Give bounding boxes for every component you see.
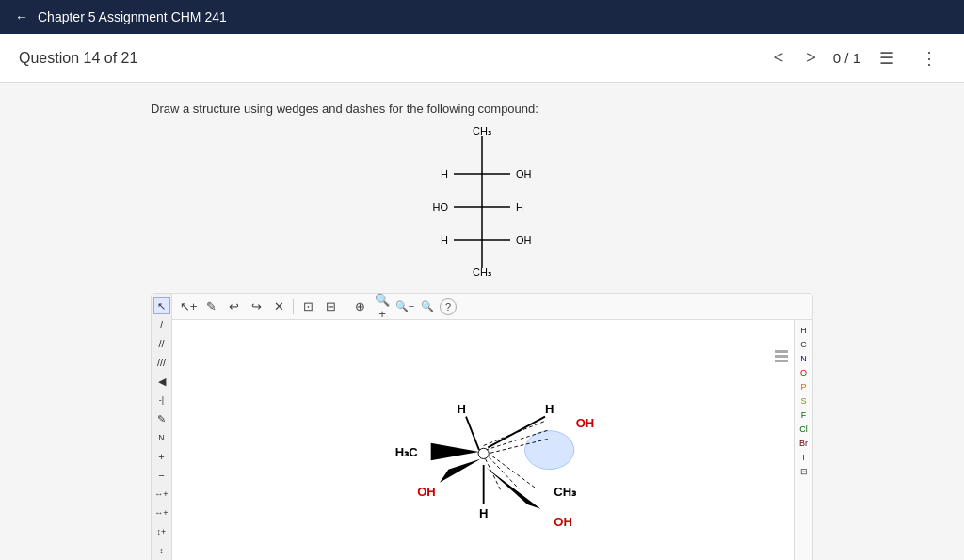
charge-neg-tool[interactable]: -| [153, 392, 170, 408]
app-title: Chapter 5 Assignment CHM 241 [38, 9, 227, 24]
question-header: Question 14 of 21 < > 0 / 1 ☰ ⋮ [0, 34, 964, 83]
bond-triple-tool[interactable]: /// [153, 354, 170, 371]
expand-tool2[interactable]: ↔+ [153, 504, 170, 521]
molecule-svg: H₃C H H OH CH₃ [172, 320, 812, 560]
select-tool-button[interactable]: ↖ [153, 297, 170, 314]
svg-text:OH: OH [576, 416, 595, 430]
svg-line-26 [486, 458, 502, 491]
svg-text:OH: OH [417, 485, 436, 499]
svg-text:CH₃: CH₃ [473, 266, 491, 278]
svg-text:H: H [441, 234, 448, 246]
undo-button[interactable]: ↩ [223, 296, 244, 317]
expand-tool1[interactable]: ↔+ [153, 486, 170, 503]
svg-text:H: H [441, 168, 448, 180]
top-navigation: ← Chapter 5 Assignment CHM 241 [0, 0, 964, 34]
zoom-in-button[interactable]: 🔍+ [372, 296, 393, 317]
question-prompt: Draw a structure using wedges and dashes… [151, 102, 813, 116]
element-Cl-button[interactable]: Cl [795, 423, 812, 436]
svg-marker-15 [431, 443, 479, 461]
element-O-button[interactable]: O [795, 366, 812, 379]
element-P-button[interactable]: P [795, 380, 812, 393]
more-options-button[interactable]: ⋮ [913, 44, 945, 72]
copy-button[interactable]: ⊡ [297, 296, 318, 317]
main-content: Draw a structure using wedges and dashes… [0, 83, 964, 560]
add-tool[interactable]: + [153, 448, 170, 465]
bond-single-tool[interactable]: / [153, 316, 170, 333]
svg-text:HO: HO [433, 201, 449, 213]
drawing-area: ↖ / // /// ◀ -| ✎ N + − ↔+ ↔+ ↕+ ↕ ↖+ ✎ … [151, 293, 813, 560]
draw-mode-button[interactable]: ✎ [201, 296, 221, 317]
back-arrow-icon[interactable]: ← [15, 9, 28, 24]
element-N-button[interactable]: N [795, 352, 812, 365]
toolbar-separator-1 [293, 299, 294, 314]
svg-text:OH: OH [516, 234, 532, 246]
right-element-panel: H C N O P S F Cl Br I ⊟ [794, 320, 812, 560]
zoom-select-button[interactable]: ⊕ [349, 296, 370, 317]
svg-text:CH₃: CH₃ [554, 485, 577, 499]
zoom-out-button[interactable]: 🔍− [394, 296, 415, 317]
left-toolbar: ↖ / // /// ◀ -| ✎ N + − ↔+ ↔+ ↕+ ↕ [152, 294, 172, 560]
svg-line-17 [466, 417, 479, 450]
fisher-projection-display: CH₃ H OH HO H H OH CH₃ [151, 127, 813, 278]
svg-text:H: H [516, 201, 523, 213]
svg-text:CH₃: CH₃ [473, 127, 491, 136]
scroll-tool[interactable]: ↕ [153, 542, 170, 559]
element-C-button[interactable]: C [795, 338, 812, 351]
question-label: Question 14 of 21 [19, 50, 757, 67]
svg-rect-12 [775, 350, 788, 353]
element-H-button[interactable]: H [795, 324, 812, 337]
charge-pos-tool[interactable]: N [153, 429, 170, 446]
score-display: 0 / 1 [833, 50, 860, 66]
paste-button[interactable]: ⊟ [320, 296, 341, 317]
expand-tool3[interactable]: ↕+ [153, 523, 170, 540]
svg-marker-35 [486, 468, 540, 509]
svg-rect-13 [775, 355, 788, 358]
svg-text:H: H [545, 402, 554, 416]
svg-point-36 [478, 448, 489, 458]
svg-rect-14 [775, 360, 788, 362]
score-indicator [775, 350, 790, 369]
eraser-tool[interactable]: ✎ [153, 410, 170, 427]
arrow-tool[interactable]: ◀ [153, 373, 170, 390]
zoom-fit-button[interactable]: 🔍 [417, 296, 438, 317]
svg-point-21 [525, 431, 574, 470]
top-toolbar: ↖+ ✎ ↩ ↪ ✕ ⊡ ⊟ ⊕ 🔍+ 🔍− 🔍 ? [172, 294, 812, 320]
cursor-mode-button[interactable]: ↖+ [178, 296, 199, 317]
prev-question-button[interactable]: < [768, 44, 790, 72]
help-button[interactable]: ? [440, 298, 457, 315]
redo-button[interactable]: ↪ [246, 296, 266, 317]
toolbar-separator-2 [345, 299, 345, 314]
element-I-button[interactable]: I [795, 451, 812, 464]
subtract-tool[interactable]: − [153, 467, 170, 484]
next-question-button[interactable]: > [800, 44, 822, 72]
element-table-button[interactable]: ⊟ [795, 465, 812, 478]
svg-text:H: H [479, 506, 488, 520]
element-Br-button[interactable]: Br [795, 437, 812, 450]
list-view-button[interactable]: ☰ [872, 44, 902, 72]
svg-text:H₃C: H₃C [395, 445, 418, 459]
canvas-area[interactable]: H₃C H H OH CH₃ [172, 320, 812, 560]
svg-text:OH: OH [516, 168, 532, 180]
svg-text:H: H [458, 402, 466, 416]
svg-text:OH: OH [554, 515, 572, 529]
clear-button[interactable]: ✕ [268, 296, 289, 317]
element-F-button[interactable]: F [795, 408, 812, 422]
element-S-button[interactable]: S [795, 394, 812, 408]
bond-double-tool[interactable]: // [153, 335, 170, 352]
svg-marker-30 [440, 458, 481, 482]
